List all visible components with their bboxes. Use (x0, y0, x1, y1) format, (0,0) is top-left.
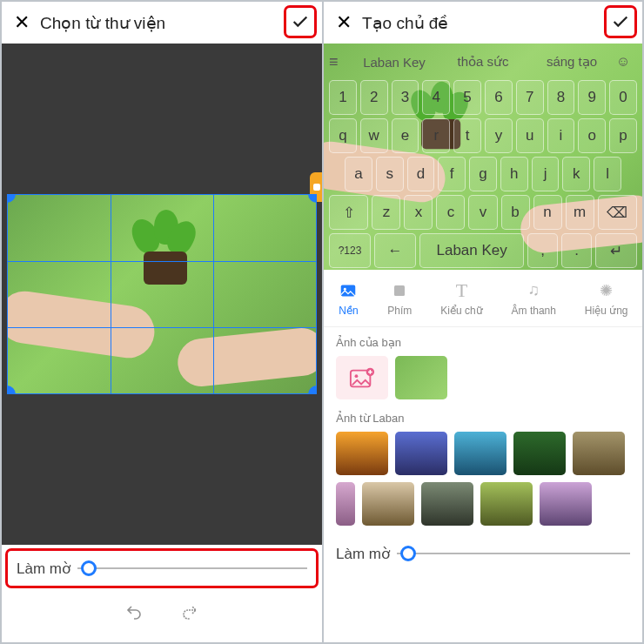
tab-keys[interactable]: Phím (387, 280, 412, 317)
key-?123[interactable]: ?123 (329, 233, 371, 268)
key-r[interactable]: r (422, 118, 450, 153)
menu-icon[interactable]: ≡ (329, 53, 350, 71)
key-.[interactable]: . (561, 233, 592, 268)
key-7[interactable]: 7 (516, 80, 544, 115)
close-button[interactable]: ✕ (331, 11, 357, 34)
key-⇧[interactable]: ⇧ (329, 195, 368, 230)
slider-thumb[interactable] (81, 560, 97, 576)
key-2[interactable]: 2 (360, 80, 388, 115)
your-images-section: Ảnh của bạn (324, 327, 642, 403)
blur-slider[interactable] (397, 553, 630, 554)
redo-icon[interactable] (179, 601, 200, 622)
key-6[interactable]: 6 (485, 80, 513, 115)
key-t[interactable]: t (453, 118, 481, 153)
suggestion-word[interactable]: thỏa sức (439, 54, 527, 70)
laban-image-thumb[interactable] (540, 482, 592, 526)
key-,[interactable]: , (527, 233, 558, 268)
page-title: Chọn từ thư viện (40, 13, 315, 33)
tab-label: Hiệu ứng (585, 305, 628, 317)
section-title: Ảnh từ Laban (336, 412, 630, 425)
close-button[interactable]: ✕ (9, 11, 35, 34)
svg-point-4 (355, 374, 359, 378)
keyboard-keys: 1234567890 qwertyuiop asdfghjkl ⇧zxcvbnm… (329, 80, 637, 261)
undo-icon[interactable] (124, 601, 144, 622)
add-image-icon (349, 366, 375, 389)
key-5[interactable]: 5 (453, 80, 481, 115)
image-icon (338, 280, 359, 301)
laban-image-thumb[interactable] (395, 432, 447, 475)
tab-sound[interactable]: ♫ Âm thanh (512, 280, 556, 317)
square-icon (389, 280, 410, 301)
crop-image[interactable] (7, 194, 317, 394)
key-l[interactable]: l (594, 157, 621, 191)
page-title: Tạo chủ đề (362, 13, 635, 33)
emoji-icon[interactable]: ☺ (616, 54, 637, 70)
key-g[interactable]: g (469, 157, 497, 191)
key-j[interactable]: j (532, 157, 560, 191)
key-x[interactable]: x (404, 195, 433, 230)
check-icon (611, 12, 630, 31)
key-1[interactable]: 1 (329, 80, 357, 115)
key-k[interactable]: k (562, 157, 590, 191)
tab-label: Kiểu chữ (440, 305, 482, 317)
key-e[interactable]: e (392, 118, 419, 153)
theme-editor-pane: ✕ Tạo chủ đề ≡ Laban Key thỏa sức sáng t… (322, 0, 644, 644)
key-b[interactable]: b (501, 195, 530, 230)
key-f[interactable]: f (438, 157, 466, 191)
laban-image-thumb[interactable] (336, 432, 388, 475)
blur-slider[interactable] (77, 567, 307, 569)
key-9[interactable]: 9 (578, 80, 606, 115)
key-↵[interactable]: ↵ (595, 233, 637, 268)
key-⌫[interactable]: ⌫ (598, 195, 637, 230)
suggestion-bar: ≡ Laban Key thỏa sức sáng tạo ☺ (324, 47, 642, 77)
key-w[interactable]: w (360, 118, 388, 153)
user-image-thumb[interactable] (395, 356, 447, 399)
editor-tabs: Nền Phím T Kiểu chữ ♫ Âm thanh ✺ Hiệu ứn… (324, 270, 642, 327)
key-p[interactable]: p (609, 118, 637, 153)
confirm-button[interactable] (604, 5, 637, 38)
library-crop-pane: ✕ Chọn từ thư viện Làm mờ (0, 0, 322, 644)
laban-image-thumb[interactable] (421, 482, 473, 526)
key-s[interactable]: s (376, 157, 404, 191)
slider-thumb[interactable] (400, 546, 416, 561)
suggestion-word[interactable]: sáng tạo (527, 54, 616, 70)
key-i[interactable]: i (547, 118, 575, 153)
key-Laban Key[interactable]: Laban Key (419, 233, 524, 268)
key-z[interactable]: z (372, 195, 400, 230)
crop-grid (7, 194, 317, 394)
tab-background[interactable]: Nền (338, 280, 359, 317)
key-n[interactable]: n (533, 195, 562, 230)
crop-canvas[interactable] (2, 44, 322, 545)
laban-image-thumb[interactable] (513, 432, 566, 475)
key-0[interactable]: 0 (609, 80, 637, 115)
key-3[interactable]: 3 (392, 80, 419, 115)
confirm-button[interactable] (284, 5, 317, 38)
laban-image-thumb[interactable] (362, 482, 414, 526)
tab-effects[interactable]: ✺ Hiệu ứng (585, 280, 628, 317)
left-topbar: ✕ Chọn từ thư viện (2, 2, 322, 44)
key-q[interactable]: q (329, 118, 357, 153)
check-icon (291, 12, 310, 31)
key-o[interactable]: o (578, 118, 606, 153)
key-m[interactable]: m (566, 195, 594, 230)
key-4[interactable]: 4 (422, 80, 450, 115)
key-←[interactable]: ← (374, 233, 416, 268)
key-a[interactable]: a (345, 157, 372, 191)
key-h[interactable]: h (500, 157, 528, 191)
key-v[interactable]: v (468, 195, 497, 230)
key-y[interactable]: y (485, 118, 513, 153)
laban-image-thumb[interactable] (573, 432, 625, 475)
key-d[interactable]: d (407, 157, 435, 191)
key-8[interactable]: 8 (547, 80, 575, 115)
laban-images-section: Ảnh từ Laban (324, 403, 642, 529)
suggestion-word[interactable]: Laban Key (350, 55, 439, 70)
laban-image-thumb[interactable] (480, 482, 533, 526)
section-title: Ảnh của bạn (336, 336, 630, 349)
laban-image-thumb[interactable] (454, 432, 506, 475)
right-topbar: ✕ Tạo chủ đề (324, 2, 642, 44)
add-image-button[interactable] (336, 356, 388, 399)
laban-image-thumb[interactable] (336, 482, 355, 526)
key-c[interactable]: c (436, 195, 465, 230)
tab-font[interactable]: T Kiểu chữ (440, 280, 482, 317)
key-u[interactable]: u (516, 118, 544, 153)
